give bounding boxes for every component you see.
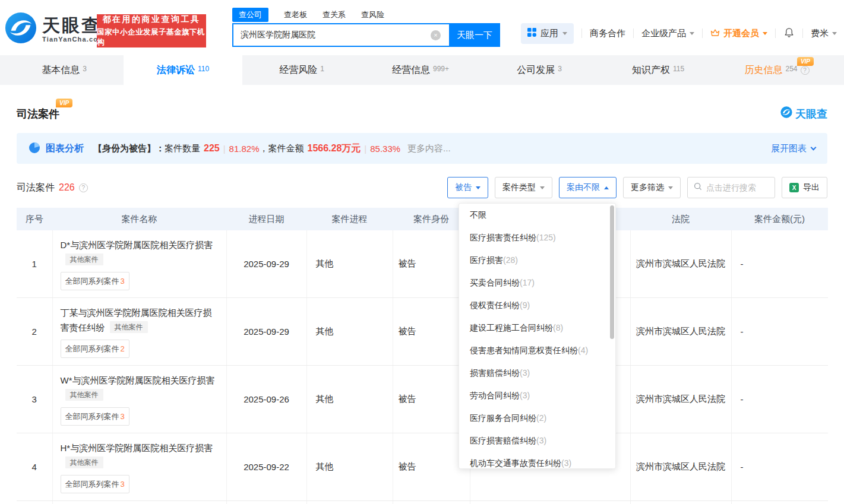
search-tab-relation[interactable]: 查关系 [323,9,346,20]
table-row: 2 丁某与滨州医学院附属医院相关医疗损害责任纠纷其他案件 全部同系列案件2 20… [17,298,828,366]
chart-analysis-label[interactable]: 图表分析 [46,142,84,155]
list-search-input[interactable] [706,183,769,192]
vip-badge: VIP [56,99,72,107]
series-cases-badge[interactable]: 全部同系列案件2 [61,340,129,358]
progress-date: 2025-09-22 [226,433,306,501]
expand-chart-button[interactable]: 展开图表 [771,143,815,154]
tab-legal-litigation[interactable]: 法律诉讼110 [124,55,242,85]
dropdown-item[interactable]: 劳动合同纠纷(3) [459,384,615,407]
case-amount-percent: 85.33% [370,144,400,154]
chevron-down-icon [832,32,837,35]
series-cases-badge[interactable]: 全部同系列案件3 [61,407,129,426]
series-cases-badge[interactable]: 全部同系列案件3 [61,475,129,493]
watermark-text: 天眼查 [795,107,827,121]
dropdown-item[interactable]: 损害赔偿纠纷(3) [459,362,615,384]
user-menu[interactable]: 费米 [811,28,837,39]
apps-menu[interactable]: 应用 [521,23,574,44]
tab-operation-info[interactable]: 经营信息999+ [361,55,480,85]
filter-role-button[interactable]: 被告 [447,177,488,198]
dropdown-scrollbar[interactable] [610,205,614,339]
dropdown-item[interactable]: 不限 [459,204,615,226]
col-progress-date: 进程日期 [226,208,306,230]
chevron-down-icon [562,32,567,35]
tianyancha-logo-icon [780,106,792,121]
tab-history-info[interactable]: VIP 历史信息254 ? [717,55,836,85]
tab-operation-risk[interactable]: 经营风险1 [242,55,361,85]
list-search-box[interactable] [687,177,775,198]
search-tab-boss[interactable]: 查老板 [284,9,307,20]
search-button[interactable]: 天眼一下 [449,23,500,47]
export-button[interactable]: X 导出 [782,177,827,198]
tab-intellectual-property[interactable]: 知识产权115 [599,55,717,85]
main-content: VIP 司法案件 天眼查 [0,106,844,504]
site-logo[interactable]: 天眼查 TianYanCha.com [5,12,105,46]
case-count-percent: 81.82% [229,144,260,154]
apps-label: 应用 [540,28,558,39]
chevron-down-icon [540,186,545,189]
section-header: VIP 司法案件 天眼查 [17,106,827,121]
promo-line1: 都在用的商业查询工具 [103,14,201,25]
filter-more-button[interactable]: 更多筛选 [623,177,681,198]
nav-divider [775,28,776,38]
chevron-up-icon [604,186,609,189]
nav-enterprise[interactable]: 企业级产品 [641,28,694,39]
pie-chart-icon [29,142,40,156]
logo-domain: TianYanCha.com [42,36,105,43]
dropdown-item[interactable]: 建设工程施工合同纠纷(8) [459,316,615,339]
case-name-link[interactable]: H*与滨州医学院附属医院相关医疗损害 [61,443,213,453]
filter-case-type-button[interactable]: 案件类型 [495,177,552,198]
case-name-link[interactable]: W*与滨州医学院附属医院相关医疗损害 [61,375,215,385]
dropdown-item[interactable]: 医疗服务合同纠纷(2) [459,407,615,429]
search-input[interactable] [232,23,449,47]
tab-company-development[interactable]: 公司发展3 [480,55,599,85]
dropdown-item[interactable]: 医疗损害责任纠纷(125) [459,226,615,249]
progress-date: 2025-09-19 [226,501,306,504]
nav-cooperation[interactable]: 商务合作 [590,28,625,39]
case-type-tag: 其他案件 [110,321,148,333]
list-title: 司法案件226 ? [17,182,88,194]
table-header-row: 序号 案件名称 进程日期 案件进程 案件身份 法院 案件金额(元) [17,208,828,230]
case-role: 被告 [393,501,470,504]
dropdown-item[interactable]: 机动车交通事故责任纠纷(3) [459,452,615,469]
question-icon[interactable]: ? [801,66,810,75]
chevron-down-icon [668,186,673,189]
notification-bell[interactable] [783,27,795,40]
search-tab-risk[interactable]: 查风险 [361,9,384,20]
tianyancha-logo-icon [5,12,37,46]
page-title: VIP 司法案件 [17,107,59,121]
promo-banner: 都在用的商业查询工具 国家中小企业发展子基金旗下机构 [97,14,206,47]
tab-basic-info[interactable]: 基本信息3 [5,55,124,85]
table-row: 3 W*与滨州医学院附属医院相关医疗损害其他案件 全部同系列案件3 2025-0… [17,366,828,433]
nav-divider [581,28,582,38]
search-icon [694,182,702,193]
dropdown-item[interactable]: 医疗损害赔偿纠纷(3) [459,429,615,452]
dropdown-item[interactable]: 买卖合同纠纷(17) [459,271,615,294]
search-tab-company[interactable]: 查公司 [232,8,268,22]
clear-icon[interactable]: × [431,30,441,40]
nav-divider [633,28,634,38]
filter-cause-button[interactable]: 案由不限 [559,177,617,198]
question-icon[interactable]: ? [79,183,88,192]
nav-divider [702,28,703,38]
cases-table: 序号 案件名称 进程日期 案件进程 案件身份 法院 案件金额(元) 1 D*与滨… [17,208,828,504]
court-name: 滨州市滨城区人民法院 [630,298,731,366]
dropdown-item[interactable]: 侵权责任纠纷(9) [459,294,615,316]
dropdown-item[interactable]: 医疗损害(28) [459,249,615,271]
case-count-label: 案件数量 [165,143,200,154]
case-name-link[interactable]: D*与滨州医学院附属医院相关医疗损害 [61,240,213,250]
series-cases-badge[interactable]: 全部同系列案件3 [61,272,129,290]
logo-title: 天眼查 [42,16,105,35]
apps-grid-icon [527,28,536,39]
progress-date: 2025-09-26 [226,366,306,433]
dropdown-item[interactable]: 侵害患者知情同意权责任纠纷(4) [459,339,615,362]
col-court: 法院 [630,208,731,230]
more-content-link[interactable]: 更多内容... [407,143,451,154]
case-amount-label: 案件金额 [268,143,304,154]
case-progress: 其他 [306,501,393,504]
case-amount: - [731,298,828,366]
list-toolbar: 司法案件226 ? 被告 案件类型 案由不限 更多筛选 [17,177,827,198]
nav-open-vip[interactable]: 开通会员 [710,28,767,39]
case-index: 5 [17,501,52,504]
chevron-down-icon [763,32,767,35]
case-cause: - [470,501,630,504]
